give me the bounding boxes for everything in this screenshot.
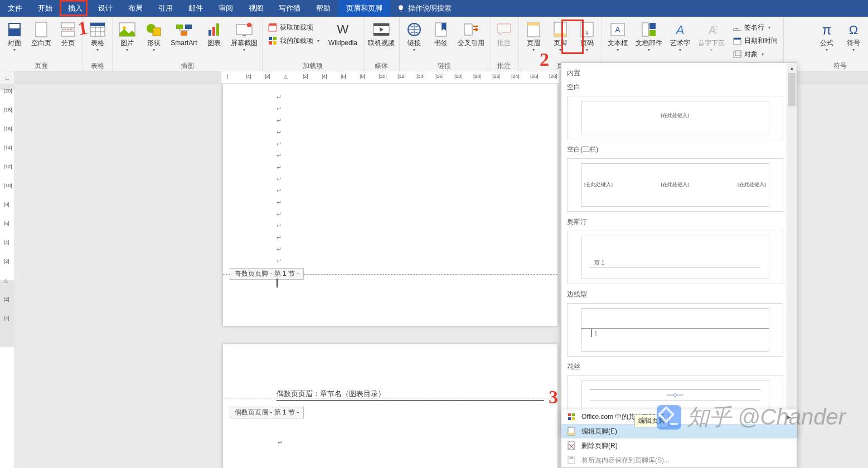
object-button[interactable]: 对象▾: [729, 48, 781, 60]
tell-me-search[interactable]: 操作说明搜索: [390, 0, 458, 17]
hyperlink-button[interactable]: 链接▾: [402, 19, 426, 52]
tab-home[interactable]: 开始: [30, 0, 60, 17]
signature-line-button[interactable]: 签名行▾: [729, 21, 781, 33]
svg-rect-34: [527, 22, 540, 26]
gallery-item-edge[interactable]: 1: [567, 303, 783, 357]
gallery-item-blank3[interactable]: [在此处键入] [在此处键入] [在此处键入]: [567, 158, 783, 212]
gallery-filigree-title: 花丝: [566, 360, 784, 374]
tab-review[interactable]: 审阅: [211, 0, 241, 17]
group-addins: 获取加载项 我的加载项▾ W Wikipedia 加载项: [263, 17, 363, 71]
svg-rect-23: [273, 37, 277, 40]
crossref-button[interactable]: 交叉引用: [455, 19, 487, 47]
chart-button[interactable]: 图表: [202, 19, 226, 47]
group-pages-label: 页面: [35, 61, 48, 71]
tab-header-footer[interactable]: 页眉和页脚: [338, 0, 390, 17]
tab-strip: 文件 开始 插入 设计 布局 引用 邮件 审阅 视图 写作猫 帮助 页眉和页脚 …: [0, 0, 868, 17]
symbol-button[interactable]: Ω 符号▾: [841, 19, 866, 52]
screenshot-icon: [236, 21, 253, 38]
vertical-ruler[interactable]: |20||18||16||14||12||10||8||6||4||2|△|2|…: [0, 84, 15, 468]
svg-rect-49: [735, 51, 741, 56]
dropcap-button[interactable]: A 首字下沉▾: [696, 19, 727, 52]
tab-layout[interactable]: 布局: [120, 0, 151, 17]
edit-footer[interactable]: 编辑页脚(E): [561, 424, 797, 438]
calendar-icon: [733, 36, 741, 45]
svg-rect-60: [570, 457, 573, 459]
edit-footer-icon: [567, 427, 576, 436]
annotation-box-footer: [561, 20, 584, 54]
page-break-button[interactable]: 分页: [56, 19, 80, 47]
page-break-icon: [60, 21, 76, 38]
svg-rect-54: [568, 417, 571, 420]
tab-design[interactable]: 设计: [90, 0, 120, 17]
svg-point-18: [247, 23, 251, 27]
cover-page-button[interactable]: 封面▾: [2, 19, 27, 52]
scroll-up-icon[interactable]: ▲: [787, 63, 797, 73]
svg-rect-28: [374, 23, 389, 26]
annotation-2: 2: [540, 49, 549, 70]
gallery-item-blank[interactable]: [在此处键入]: [567, 96, 783, 139]
svg-rect-14: [208, 30, 211, 36]
pictures-button[interactable]: 图片▾: [115, 19, 139, 52]
gallery-blank3-ph-r: [在此处键入]: [738, 181, 766, 188]
gallery-item-austin[interactable]: 页 1: [567, 231, 783, 284]
svg-text:A: A: [675, 23, 685, 37]
svg-rect-22: [269, 37, 272, 40]
tab-mailings[interactable]: 邮件: [181, 0, 211, 17]
new-comment-button[interactable]: 批注: [492, 19, 516, 47]
lightbulb-icon: [397, 4, 405, 12]
footer-gallery-menu: Office.com 中的其他页脚(M) ▶ 编辑页脚(E) 删除页脚(R) 将…: [561, 410, 797, 468]
group-addins-label: 加载项: [303, 61, 323, 71]
blank-page-button[interactable]: 空白页: [29, 19, 54, 47]
textbox-button[interactable]: A 文本框▾: [604, 19, 631, 52]
svg-rect-1: [9, 24, 20, 28]
even-header-tag: 偶数页页眉 - 第 1 节 -: [230, 407, 304, 418]
my-addins-button[interactable]: 我的加载项▾: [265, 35, 323, 47]
svg-rect-21: [269, 23, 277, 26]
get-addins-button[interactable]: 获取加载项: [265, 21, 323, 33]
store-icon: [268, 23, 277, 32]
shapes-button[interactable]: 形状▾: [142, 19, 166, 52]
svg-rect-12: [185, 25, 192, 29]
remove-footer[interactable]: 删除页脚(R): [561, 438, 797, 453]
pictures-icon: [119, 21, 135, 38]
docparts-button[interactable]: 文档部件▾: [633, 19, 665, 52]
header-rule-line: [277, 400, 544, 401]
footer-gallery: 内置 空白 [在此处键入] 空白(三栏) [在此处键入] [在此处键入] [在此…: [561, 62, 797, 437]
datetime-button[interactable]: 日期和时间: [729, 35, 781, 47]
svg-text:A: A: [615, 25, 620, 34]
smartart-button[interactable]: SmartArt: [168, 19, 200, 47]
equation-icon: π: [818, 21, 835, 38]
group-media-label: 媒体: [375, 61, 388, 71]
group-illustrations-label: 插图: [181, 61, 194, 71]
tab-writer[interactable]: 写作猫: [271, 0, 308, 17]
svg-rect-55: [572, 417, 575, 420]
tab-view[interactable]: 视图: [241, 0, 271, 17]
more-footers-online[interactable]: Office.com 中的其他页脚(M) ▶: [561, 410, 797, 424]
group-links: 链接▾ 书签 交叉引用 链接: [400, 17, 489, 71]
online-video-button[interactable]: 联机视频: [366, 19, 397, 47]
wikipedia-button[interactable]: W Wikipedia: [325, 19, 361, 47]
scroll-thumb[interactable]: [788, 73, 796, 106]
header-icon: [525, 21, 542, 38]
tab-file[interactable]: 文件: [0, 0, 30, 17]
svg-rect-32: [464, 24, 472, 35]
gallery-scrollbar[interactable]: ▲ ▼: [787, 63, 797, 436]
insert-table-button[interactable]: 表格▾: [85, 19, 110, 52]
wordart-button[interactable]: A 艺术字▾: [667, 19, 694, 52]
svg-rect-25: [273, 41, 277, 45]
annotation-3: 3: [549, 387, 558, 408]
ribbon-decoration: [723, 0, 868, 17]
svg-rect-52: [568, 413, 571, 416]
ruler-tab-selector[interactable]: ∟: [0, 71, 15, 84]
tab-references[interactable]: 引用: [151, 0, 181, 17]
tab-help[interactable]: 帮助: [308, 0, 338, 17]
textbox-icon: A: [609, 21, 626, 38]
table-icon: [89, 21, 106, 38]
group-comments-label: 批注: [497, 61, 511, 71]
bookmark-button[interactable]: 书签: [429, 19, 453, 47]
group-pages: 封面▾ 空白页 分页 页面: [0, 17, 83, 71]
equation-button[interactable]: π 公式▾: [814, 19, 839, 52]
remove-footer-icon: [567, 441, 576, 450]
screenshot-button[interactable]: 屏幕截图▾: [229, 19, 260, 52]
header-button[interactable]: 页眉▾: [521, 19, 546, 52]
